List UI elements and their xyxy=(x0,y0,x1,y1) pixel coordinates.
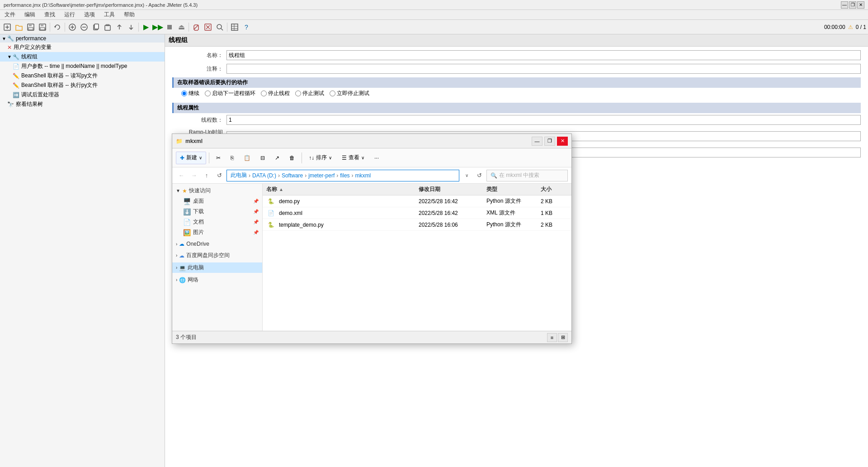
path-part-data-d[interactable]: DATA (D:) xyxy=(252,172,276,179)
tree-item-user-params[interactable]: 📄 用户参数 -- time || modelName || modelType xyxy=(0,62,165,71)
nav-this-pc-header[interactable]: › 💻 此电脑 xyxy=(172,262,262,273)
toolbar-stop[interactable]: ⏹ xyxy=(164,22,175,33)
tree-item-thread-group[interactable]: ▼ 🔧 线程组 xyxy=(0,52,165,62)
close-button[interactable]: ✕ xyxy=(857,1,864,9)
nav-onedrive-header[interactable]: › ☁ OneDrive xyxy=(172,239,262,248)
menu-edit[interactable]: 编辑 xyxy=(22,10,38,19)
toolbar-remove[interactable] xyxy=(79,22,90,33)
tree-item-user-vars[interactable]: ✕ 用户定义的变量 xyxy=(0,43,165,52)
new-label: 新建 xyxy=(186,154,197,162)
dialog-paste-button[interactable]: 📋 xyxy=(240,152,255,164)
toolbar-paste[interactable] xyxy=(102,22,113,33)
file-row-demo-py[interactable]: 🐍 demo.py 2022/5/28 16:42 Python 源文件 2 K… xyxy=(263,195,571,207)
path-part-mkxml[interactable]: mkxml xyxy=(355,172,371,179)
dialog-copy-button[interactable]: ⎘ xyxy=(226,152,238,164)
path-part-this-pc[interactable]: 此电脑 xyxy=(231,172,247,179)
dialog-rename-button[interactable]: ⊟ xyxy=(256,152,269,164)
dialog-delete-button[interactable]: 🗑 xyxy=(285,152,299,164)
tree-item-view-results[interactable]: 🔭 察看结果树 xyxy=(0,100,165,109)
path-part-software[interactable]: Software xyxy=(282,172,303,179)
toolbar-clear[interactable] xyxy=(191,22,202,33)
path-part-jmeter-perf[interactable]: jmeter-perf xyxy=(308,172,335,179)
file-type-demo-xml: XML 源文件 xyxy=(486,209,541,217)
nav-forward-button[interactable]: → xyxy=(189,170,199,181)
toolbar-move-up[interactable] xyxy=(114,22,125,33)
nav-item-pictures[interactable]: 🖼️ 图片 📌 xyxy=(172,227,262,238)
toolbar-sep-1 xyxy=(50,23,50,32)
dialog-minimize-button[interactable]: — xyxy=(532,137,542,146)
this-pc-label: 此电脑 xyxy=(188,264,204,272)
comment-input[interactable] xyxy=(226,64,861,74)
nav-baidu-header[interactable]: › ☁ 百度网盘同步空间 xyxy=(172,250,262,261)
nav-item-documents[interactable]: 📄 文档 📌 xyxy=(172,217,262,227)
search-box[interactable]: 🔍 在 mkxml 中搜索 xyxy=(486,170,568,181)
toolbar-help[interactable]: ? xyxy=(241,22,252,33)
dialog-cut-button[interactable]: ✂ xyxy=(212,152,225,164)
tree-root[interactable]: ▼ 🔧 performance xyxy=(0,34,165,43)
view-grid-button[interactable]: ⊞ xyxy=(558,333,568,342)
col-name[interactable]: 名称 ▲ xyxy=(266,186,419,193)
dialog-more-button[interactable]: ··· xyxy=(370,152,383,164)
radio-stop-thread[interactable]: 停止线程 xyxy=(261,90,290,97)
col-date[interactable]: 修改日期 xyxy=(419,186,486,193)
view-list-button[interactable]: ≡ xyxy=(547,333,557,342)
toolbar-move-down[interactable] xyxy=(126,22,137,33)
toolbar-run-no-pause[interactable]: ▶▶ xyxy=(152,22,163,33)
tree-item-debug-post[interactable]: ➡️ 调试后置处理器 xyxy=(0,90,165,100)
dialog-view-button[interactable]: ☰ 查看 ∨ xyxy=(338,152,368,164)
tree-item-beanshell-read[interactable]: ✏️ BeanShell 取样器 -- 读写py文件 xyxy=(0,71,165,81)
path-part-files[interactable]: files xyxy=(340,172,349,179)
menu-tools[interactable]: 工具 xyxy=(101,10,118,19)
toolbar-open[interactable] xyxy=(14,22,24,33)
svg-line-26 xyxy=(221,29,223,30)
nav-refresh-button[interactable]: ↺ xyxy=(214,170,225,181)
nav-up-button[interactable]: ↑ xyxy=(201,170,212,181)
toolbar-shutdown[interactable]: ⏏ xyxy=(176,22,187,33)
nav-back-button[interactable]: ← xyxy=(176,170,187,181)
nav-dropdown-button[interactable]: ∨ xyxy=(461,170,472,181)
toolbar-add[interactable] xyxy=(67,22,78,33)
menu-search[interactable]: 查找 xyxy=(42,10,58,19)
menu-file[interactable]: 文件 xyxy=(2,10,18,19)
file-row-demo-xml[interactable]: 📄 demo.xml 2022/5/28 16:42 XML 源文件 1 KB xyxy=(263,207,571,219)
dialog-maximize-button[interactable]: ❐ xyxy=(544,137,555,146)
toolbar-revert[interactable] xyxy=(52,22,63,33)
toolbar-save[interactable] xyxy=(25,22,36,33)
toolbar-run[interactable]: ▶ xyxy=(141,22,151,33)
col-type[interactable]: 类型 xyxy=(486,186,541,193)
nav-search-refresh[interactable]: ↺ xyxy=(474,170,485,181)
name-input[interactable] xyxy=(226,50,861,60)
toolbar-table-view[interactable] xyxy=(229,22,240,33)
address-path[interactable]: 此电脑 › DATA (D:) › Software › jmeter-perf… xyxy=(226,170,459,181)
minimize-button[interactable]: — xyxy=(841,1,848,9)
tree-item-beanshell-exec[interactable]: ✏️ BeanShell 取样器 -- 执行py文件 xyxy=(0,81,165,90)
dialog-sort-button[interactable]: ↑↓ 排序 ∨ xyxy=(305,152,336,164)
restore-button[interactable]: ❐ xyxy=(849,1,856,9)
toolbar-copy[interactable] xyxy=(90,22,101,33)
toolbar-new-test-plan[interactable] xyxy=(2,22,13,33)
col-size[interactable]: 大小 xyxy=(541,186,568,193)
nav-quick-access-header[interactable]: ▼ ★ 快速访问 xyxy=(172,186,262,196)
radio-stop-test[interactable]: 停止测试 xyxy=(295,90,324,97)
toolbar-browse[interactable] xyxy=(214,22,225,33)
svg-rect-5 xyxy=(28,28,33,30)
toolbar-clear-all[interactable] xyxy=(203,22,213,33)
menu-help[interactable]: 帮助 xyxy=(121,10,137,19)
dialog-addressbar: ← → ↑ ↺ 此电脑 › DATA (D:) › Software › jme… xyxy=(172,167,571,184)
dialog-close-button[interactable]: ✕ xyxy=(557,137,568,146)
menu-options[interactable]: 选项 xyxy=(81,10,98,19)
menu-run[interactable]: 运行 xyxy=(61,10,78,19)
baidu-chevron: › xyxy=(176,253,177,258)
nav-item-desktop[interactable]: 🖥️ 桌面 📌 xyxy=(172,196,262,206)
thread-count-input[interactable] xyxy=(226,115,861,125)
nav-item-downloads[interactable]: ⬇️ 下载 📌 xyxy=(172,206,262,217)
radio-stop-test-now[interactable]: 立即停止测试 xyxy=(330,90,369,97)
nav-network-header[interactable]: › 🌐 网络 xyxy=(172,275,262,285)
dialog-share-button[interactable]: ↗ xyxy=(271,152,283,164)
radio-continue[interactable]: 继续 xyxy=(181,90,199,97)
toolbar-save-as[interactable]: + xyxy=(37,22,48,33)
dialog-new-button[interactable]: ✚ 新建 ∨ xyxy=(176,152,206,164)
radio-next-thread-loop[interactable]: 启动下一进程循环 xyxy=(205,90,255,97)
pin-icon-desktop: 📌 xyxy=(253,199,259,204)
file-row-template-demo-py[interactable]: 🐍 template_demo.py 2022/5/28 16:06 Pytho… xyxy=(263,219,571,231)
